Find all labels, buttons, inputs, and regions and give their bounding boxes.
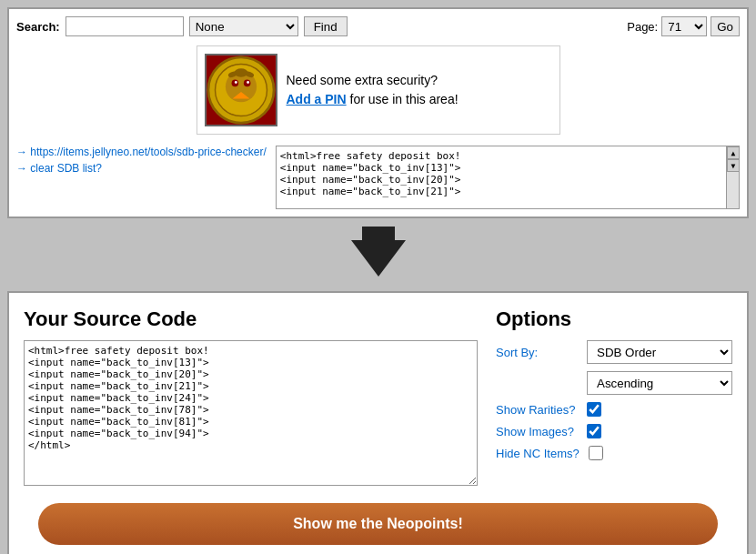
security-text: Need some extra security? Add a PIN for … [287,71,459,109]
source-code-col: Your Source Code [24,307,478,489]
show-images-label: Show Images? [496,425,578,438]
source-textarea[interactable] [24,340,478,486]
down-arrow-icon [351,240,406,277]
price-checker-link[interactable]: https://items.jellyneo.net/tools/sdb-pri… [16,146,267,158]
links-column: https://items.jellyneo.net/tools/sdb-pri… [16,146,267,209]
svg-point-6 [234,81,237,84]
order-row: AscendingDescending [496,371,732,395]
page-nav: Page: 71 Go [627,16,740,36]
show-rarities-checkbox[interactable] [587,402,601,417]
code-preview: <html>free safety deposit box! <input na… [276,146,740,209]
show-images-row: Show Images? [496,424,732,438]
options-col: Options Sort By: SDB OrderNameQuantityPr… [496,307,732,489]
order-select[interactable]: AscendingDescending [587,371,732,395]
search-label: Search: [16,20,60,34]
add-pin-link[interactable]: Add a PIN [287,92,347,106]
sort-by-label: Sort By: [496,346,578,359]
top-bottom-row: https://items.jellyneo.net/tools/sdb-pri… [16,146,740,209]
bottom-section: Your Source Code Options Sort By: SDB Or… [7,291,749,554]
find-button[interactable]: Find [304,16,348,36]
scroll-bar[interactable]: ▲ ▼ [726,146,739,208]
search-input[interactable] [66,16,184,36]
search-bar: Search: None Find Page: 71 Go [16,16,740,36]
show-rarities-label: Show Rarities? [496,403,578,417]
submit-button[interactable]: Show me the Neopoints! [38,503,718,545]
hide-nc-label: Hide NC Items? [496,447,580,460]
source-title: Your Source Code [24,307,478,331]
security-image [205,54,277,126]
sort-by-select[interactable]: SDB OrderNameQuantityPrice [587,340,732,364]
options-title: Options [496,307,732,331]
show-images-checkbox[interactable] [587,424,601,438]
security-banner: Need some extra security? Add a PIN for … [197,45,560,135]
arrow-container [0,226,756,291]
svg-point-7 [247,81,249,84]
page-select[interactable]: 71 [661,16,707,36]
go-button[interactable]: Go [711,16,740,36]
clear-sdb-link[interactable]: clear SDB list? [16,162,267,175]
sort-by-row: Sort By: SDB OrderNameQuantityPrice [496,340,732,364]
page-label: Page: [627,20,658,34]
hide-nc-row: Hide NC Items? [496,446,732,460]
scroll-down[interactable]: ▼ [727,159,740,172]
filter-select[interactable]: None [189,16,298,36]
show-rarities-row: Show Rarities? [496,402,732,417]
code-preview-text: <html>free safety deposit box! <input na… [280,150,735,197]
top-section: Search: None Find Page: 71 Go [7,7,749,218]
scroll-up[interactable]: ▲ [727,146,740,159]
hide-nc-checkbox[interactable] [589,446,603,460]
bottom-inner: Your Source Code Options Sort By: SDB Or… [24,307,732,489]
